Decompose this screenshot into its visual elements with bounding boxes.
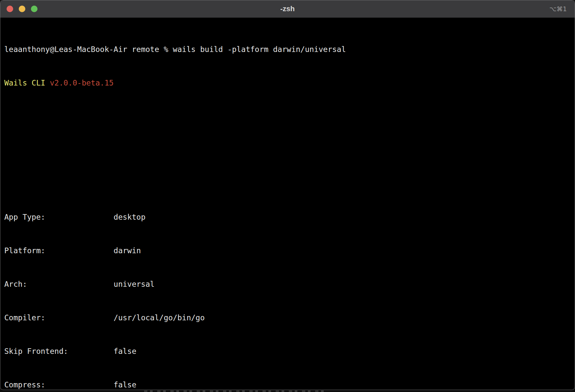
config-row-compiler: Compiler:/usr/local/go/bin/go bbox=[4, 312, 571, 323]
config-row-compress: Compress:false bbox=[4, 379, 571, 390]
config-row-platform: Platform:darwin bbox=[4, 245, 571, 256]
config-key: Compiler: bbox=[4, 312, 113, 323]
config-value: darwin bbox=[113, 246, 141, 255]
terminal-content[interactable]: leaanthony@Leas-MacBook-Air remote % wai… bbox=[0, 18, 575, 390]
wails-version: v2.0.0-beta.15 bbox=[50, 79, 113, 87]
config-value: universal bbox=[113, 280, 155, 288]
config-value: /usr/local/go/bin/go bbox=[113, 313, 205, 322]
wails-banner-line: Wails CLI v2.0.0-beta.15 bbox=[4, 77, 571, 88]
config-value: desktop bbox=[113, 213, 145, 221]
obscured-background-text bbox=[144, 390, 328, 392]
zoom-button[interactable] bbox=[31, 6, 38, 12]
blank-line bbox=[4, 111, 571, 122]
config-key: Compress: bbox=[4, 379, 113, 390]
config-key: Skip Frontend: bbox=[4, 346, 113, 357]
wails-cli-label: Wails CLI bbox=[4, 79, 45, 87]
terminal-window: -zsh ⌥⌘1 leaanthony@Leas-MacBook-Air rem… bbox=[0, 0, 575, 390]
background-window-sliver bbox=[0, 390, 575, 392]
config-key: App Type: bbox=[4, 211, 113, 223]
window-titlebar[interactable]: -zsh ⌥⌘1 bbox=[0, 0, 575, 18]
config-value: false bbox=[113, 380, 136, 389]
window-title: -zsh bbox=[0, 5, 575, 13]
config-row-app-type: App Type:desktop bbox=[4, 211, 571, 223]
config-value: false bbox=[113, 347, 136, 355]
shell-prompt: leaanthony@Leas-MacBook-Air remote % bbox=[4, 45, 168, 54]
config-key: Platform: bbox=[4, 245, 113, 256]
config-row-arch: Arch:universal bbox=[4, 279, 571, 290]
close-button[interactable] bbox=[7, 6, 13, 12]
prompt-line-1: leaanthony@Leas-MacBook-Air remote % wai… bbox=[4, 44, 571, 55]
command-wails-build: wails build -platform darwin/universal bbox=[173, 45, 346, 54]
minimize-button[interactable] bbox=[19, 6, 25, 12]
traffic-lights bbox=[0, 6, 38, 12]
config-row-skip-frontend: Skip Frontend:false bbox=[4, 346, 571, 357]
config-key: Arch: bbox=[4, 279, 113, 290]
blank-line bbox=[4, 144, 571, 156]
tab-shortcut-badge: ⌥⌘1 bbox=[549, 5, 567, 12]
blank-line bbox=[4, 178, 571, 189]
